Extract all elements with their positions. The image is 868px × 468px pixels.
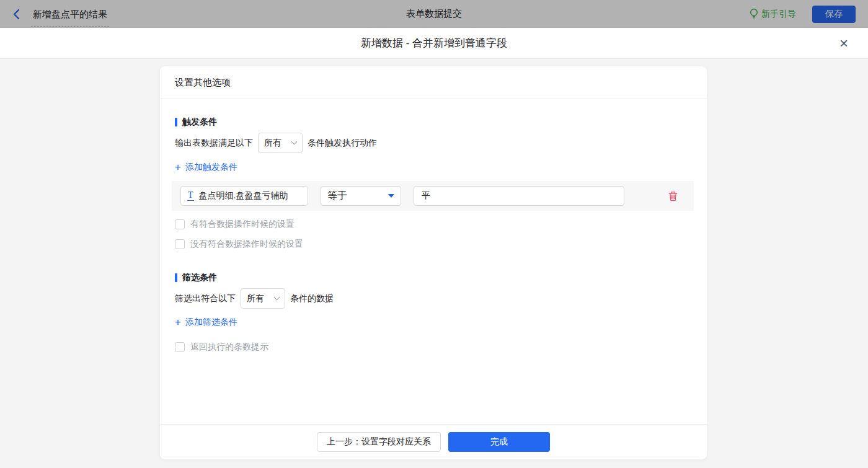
done-button[interactable]: 完成 — [448, 432, 550, 452]
filter-sentence-suffix: 条件的数据 — [290, 293, 334, 304]
plus-icon: + — [175, 317, 181, 327]
section-accent-bar — [175, 273, 177, 282]
app-topbar: 新增盘点平的结果 表单数据提交 新手引导 保存 — [0, 0, 868, 28]
trigger-match-select[interactable]: 所有 — [258, 133, 303, 153]
has-match-checkbox[interactable] — [175, 219, 185, 229]
filter-sentence: 筛选出符合以下 所有 条件的数据 — [175, 288, 692, 309]
text-field-type-icon: T — [187, 191, 194, 201]
beginner-guide-link[interactable]: 新手引导 — [750, 8, 796, 20]
trigger-section-title: 触发条件 — [175, 117, 692, 128]
card-body: 触发条件 输出表数据满足以下 所有 条件触发执行动作 + 添加触发条件 T 盘点… — [160, 117, 707, 353]
trigger-sentence-suffix: 条件触发执行动作 — [308, 138, 377, 149]
trigger-condition-row: T 盘点明细.盘盈盘亏辅助 等于 — [172, 181, 694, 211]
add-filter-condition-label: 添加筛选条件 — [185, 317, 237, 328]
card-footer: 上一步：设置字段对应关系 完成 — [160, 424, 707, 459]
count-tip-checkbox[interactable] — [175, 342, 185, 352]
condition-field-picker[interactable]: T 盘点明细.盘盈盘亏辅助 — [180, 186, 308, 206]
count-tip-row: 返回执行的条数提示 — [175, 342, 692, 353]
filter-sentence-prefix: 筛选出符合以下 — [175, 293, 236, 304]
count-tip-label: 返回执行的条数提示 — [190, 342, 268, 353]
chevron-down-icon — [274, 294, 280, 301]
has-match-setting-row: 有符合数据操作时候的设置 — [175, 219, 692, 230]
card-title: 设置其他选项 — [160, 66, 707, 99]
beginner-guide-label: 新手引导 — [761, 9, 796, 20]
chevron-down-icon — [291, 139, 298, 145]
topbar-actions: 新手引导 保存 — [750, 6, 856, 23]
add-filter-condition-link[interactable]: + 添加筛选条件 — [175, 317, 237, 328]
filter-match-select[interactable]: 所有 — [241, 288, 285, 309]
add-trigger-condition-link[interactable]: + 添加触发条件 — [175, 162, 237, 173]
page-title: 表单数据提交 — [406, 8, 462, 20]
options-card: 设置其他选项 触发条件 输出表数据满足以下 所有 条件触发执行动作 + 添加触发… — [160, 66, 707, 459]
lightbulb-icon — [750, 8, 758, 20]
no-match-setting-row: 没有符合数据操作时候的设置 — [175, 239, 692, 250]
close-icon[interactable]: × — [836, 35, 852, 52]
trigger-match-value: 所有 — [264, 138, 281, 149]
condition-operator-select[interactable]: 等于 — [321, 186, 401, 206]
condition-field-name: 盘点明细.盘盈盘亏辅助 — [199, 190, 288, 201]
trigger-sentence-prefix: 输出表数据满足以下 — [175, 138, 253, 149]
plus-icon: + — [175, 162, 181, 172]
filter-section-title: 筛选条件 — [175, 272, 692, 283]
filter-match-value: 所有 — [247, 293, 264, 304]
section-accent-bar — [175, 118, 177, 126]
add-data-modal: 新增数据 - 合并新增到普通字段 × 设置其他选项 触发条件 输出表数据满足以下… — [0, 28, 868, 468]
add-trigger-condition-label: 添加触发条件 — [185, 162, 237, 173]
condition-value-input[interactable] — [414, 187, 624, 205]
save-button[interactable]: 保存 — [812, 6, 856, 23]
chevron-left-icon — [12, 8, 21, 20]
trigger-sentence: 输出表数据满足以下 所有 条件触发执行动作 — [175, 133, 692, 153]
back-button[interactable] — [12, 8, 21, 20]
no-match-label: 没有符合数据操作时候的设置 — [190, 239, 303, 250]
delete-condition-button[interactable] — [668, 191, 678, 201]
previous-step-button[interactable]: 上一步：设置字段对应关系 — [317, 432, 441, 452]
document-title[interactable]: 新增盘点平的结果 — [31, 9, 109, 27]
modal-header: 新增数据 - 合并新增到普通字段 × — [0, 28, 868, 59]
trash-icon — [668, 191, 678, 201]
no-match-checkbox[interactable] — [175, 239, 185, 249]
condition-value-wrapper — [414, 186, 624, 206]
triangle-down-icon — [388, 194, 394, 198]
condition-operator-value: 等于 — [327, 190, 347, 203]
modal-title: 新增数据 - 合并新增到普通字段 — [361, 36, 507, 50]
has-match-label: 有符合数据操作时候的设置 — [190, 219, 294, 230]
